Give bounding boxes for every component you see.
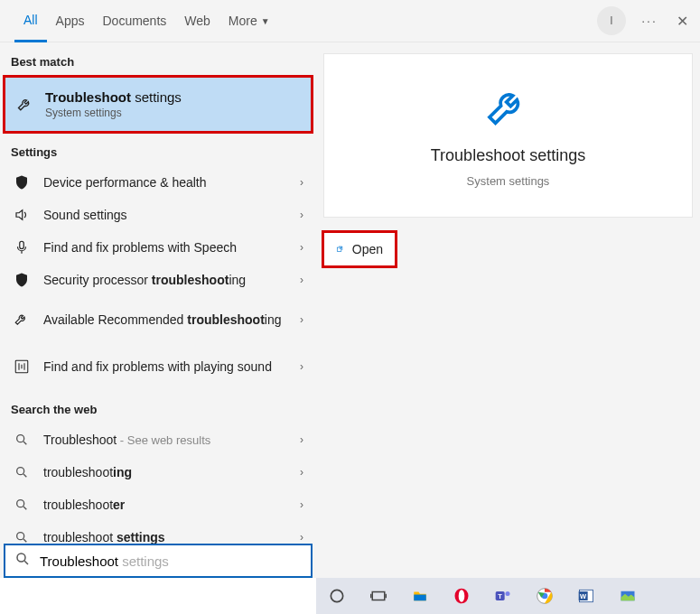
tab-apps[interactable]: Apps (47, 0, 94, 42)
wrench-icon (16, 94, 34, 116)
svg-point-12 (459, 590, 465, 601)
svg-point-5 (17, 533, 24, 540)
search-icon (13, 498, 31, 512)
search-icon (13, 465, 31, 479)
speaker-icon (13, 207, 31, 223)
word-icon[interactable]: W (574, 584, 598, 608)
best-match-result[interactable]: Troubleshoot settings System settings (4, 76, 313, 133)
preview-panel: Troubleshoot settings System settings Op… (316, 42, 700, 578)
chevron-right-icon: › (300, 313, 303, 326)
svg-rect-0 (20, 241, 24, 248)
settings-result-health[interactable]: Device performance & health › (0, 166, 316, 199)
chrome-icon[interactable] (533, 584, 556, 608)
search-icon (13, 433, 31, 447)
chevron-right-icon: › (300, 498, 303, 511)
web-result-troubleshooting[interactable]: troubleshooting › (0, 456, 316, 488)
control-icon (13, 358, 31, 375)
close-button[interactable]: ✕ (664, 13, 700, 30)
task-view-icon[interactable] (367, 584, 390, 608)
open-icon (336, 242, 343, 256)
settings-result-playing-sound[interactable]: Find and fix problems with playing sound… (0, 343, 316, 390)
chevron-right-icon: › (300, 241, 303, 254)
svg-text:W: W (580, 592, 587, 600)
svg-point-15 (506, 591, 510, 596)
chevron-right-icon: › (300, 360, 303, 373)
preview-subtitle: System settings (467, 174, 550, 188)
cortana-icon[interactable] (325, 584, 349, 608)
preview-card: Troubleshoot settings System settings (323, 53, 693, 218)
search-icon (13, 530, 31, 544)
wrench-icon (13, 312, 31, 328)
settings-result-available[interactable]: Available Recommended troubleshooting › (0, 296, 316, 343)
wrench-icon-large (483, 83, 534, 137)
tab-documents[interactable]: Documents (93, 0, 175, 42)
tab-more[interactable]: More▼ (219, 0, 279, 42)
web-header: Search the web (0, 390, 316, 423)
chevron-right-icon: › (300, 466, 303, 479)
chevron-right-icon: › (300, 433, 303, 446)
results-panel: Best match Troubleshoot settings System … (0, 42, 316, 578)
svg-point-9 (331, 590, 342, 601)
svg-point-4 (17, 500, 24, 507)
teams-icon[interactable]: T (491, 584, 515, 608)
chevron-right-icon: › (300, 274, 303, 286)
search-box[interactable]: Troubleshoot settings (4, 544, 313, 578)
file-explorer-icon[interactable] (408, 584, 432, 608)
chevron-right-icon: › (300, 176, 303, 189)
svg-point-3 (17, 468, 24, 475)
tab-all[interactable]: All (14, 0, 47, 42)
taskbar: T W (316, 578, 700, 614)
app-icon[interactable] (616, 584, 639, 608)
chevron-right-icon: › (300, 209, 303, 221)
web-result-troubleshooter[interactable]: troubleshooter › (0, 488, 316, 521)
svg-point-2 (17, 435, 24, 442)
settings-result-speech[interactable]: Find and fix problems with Speech › (0, 231, 316, 264)
settings-header: Settings (0, 133, 316, 166)
opera-icon[interactable] (450, 584, 473, 608)
svg-rect-10 (372, 592, 385, 600)
open-button[interactable]: Open (323, 232, 396, 266)
svg-point-7 (17, 554, 25, 562)
shield-icon (13, 272, 31, 288)
web-result-troubleshoot[interactable]: Troubleshoot - See web results › (0, 423, 316, 456)
svg-text:T: T (498, 592, 502, 600)
chevron-down-icon: ▼ (261, 16, 270, 26)
chevron-right-icon: › (300, 531, 303, 544)
best-match-header: Best match (0, 42, 316, 76)
shield-icon (13, 174, 31, 191)
microphone-icon (13, 239, 31, 256)
preview-title: Troubleshoot settings (431, 146, 585, 165)
more-options-button[interactable]: ··· (635, 14, 664, 28)
settings-result-sound[interactable]: Sound settings › (0, 199, 316, 231)
tab-web[interactable]: Web (175, 0, 219, 42)
user-avatar[interactable]: I (597, 6, 626, 35)
search-top-tabs: All Apps Documents Web More▼ I ··· ✕ (0, 0, 700, 42)
settings-result-security-processor[interactable]: Security processor troubleshooting › (0, 264, 316, 296)
search-icon (14, 551, 31, 571)
